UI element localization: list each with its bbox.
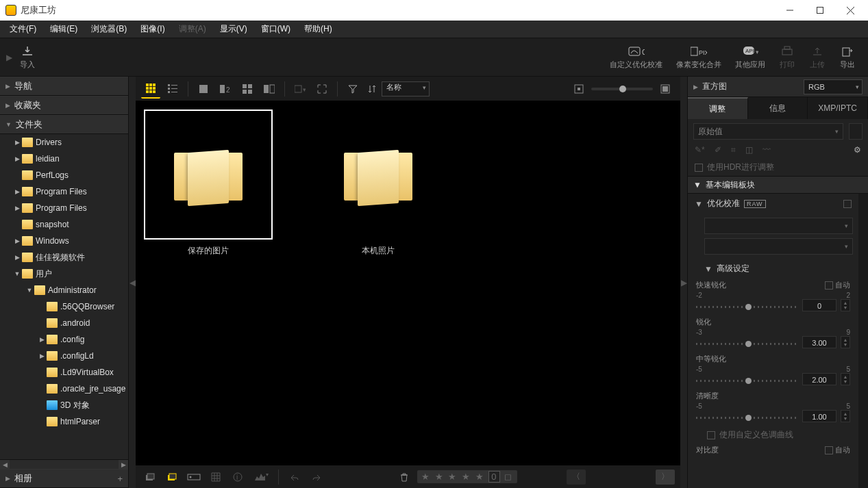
crop-icon[interactable]: ⌗	[731, 145, 736, 155]
svg-rect-41	[578, 88, 580, 90]
tree-item[interactable]: ▶Program Files	[0, 200, 128, 216]
aspect-icon[interactable]	[185, 470, 203, 485]
preset-select[interactable]: 原始值	[693, 123, 843, 140]
histogram-header[interactable]: ▶直方图 RGB	[688, 77, 868, 97]
slider-quick_sharpen[interactable]: 快速锐化 自动-220▲▼	[688, 279, 858, 316]
import-button[interactable]: 导入	[12, 42, 42, 73]
tree-item[interactable]: ▶.configLd	[0, 348, 128, 364]
layout-toggle-button[interactable]: ▾	[290, 79, 310, 99]
view-list-button[interactable]	[163, 79, 182, 99]
folders-section-header[interactable]: ▼文件夹	[0, 115, 128, 134]
menu-image[interactable]: 图像(I)	[135, 21, 170, 37]
pixel-merge-button[interactable]: PIXEL 像素变化合并	[669, 42, 728, 73]
other-apps-button[interactable]: APP▾ 其他应用	[728, 42, 772, 73]
panel-collapse-left[interactable]: ▶	[5, 53, 12, 62]
basic-editor-header[interactable]: ▼基本编辑板块	[688, 176, 868, 194]
sort-dir-button[interactable]	[365, 79, 379, 99]
right-splitter[interactable]: ▶	[680, 77, 687, 488]
tree-item[interactable]: PerfLogs	[0, 167, 128, 183]
view-grid-button[interactable]	[141, 79, 160, 99]
minimize-button[interactable]	[775, 0, 805, 21]
hdr-checkbox-row[interactable]: 使用HDR进行调整	[688, 159, 868, 176]
folder-thumb[interactable]: 保存的图片	[144, 110, 273, 257]
menu-file[interactable]: 文件(F)	[4, 21, 42, 37]
menu-display[interactable]: 显示(V)	[214, 21, 253, 37]
zoom-large-button[interactable]	[656, 79, 675, 99]
view-before-after-button[interactable]	[260, 79, 279, 99]
fullscreen-button[interactable]	[312, 79, 332, 99]
slider-mid_sharpen[interactable]: 中等锐化-552.00▲▼	[688, 352, 858, 389]
undo-icon[interactable]	[286, 470, 303, 485]
menu-window[interactable]: 窗口(W)	[256, 21, 296, 37]
tree-item[interactable]: 3D 对象	[0, 397, 128, 413]
redo-icon[interactable]	[308, 470, 325, 485]
tree-item[interactable]: snapshot	[0, 216, 128, 233]
tree-item[interactable]: ▶Program Files	[0, 183, 128, 200]
folder-thumb[interactable]: 本机照片	[314, 110, 443, 257]
maximize-button[interactable]	[805, 0, 835, 21]
tree-item[interactable]: ▶Windows	[0, 233, 128, 249]
slider-sharpen[interactable]: 锐化-393.00▲▼	[688, 316, 858, 352]
custom-curve-checkbox-row[interactable]: 使用自定义色调曲线	[688, 426, 858, 444]
tree-h-scrollbar[interactable]: ◀▶	[0, 459, 128, 469]
colorspace-select[interactable]: RGB	[804, 79, 863, 94]
tree-item[interactable]: ▶leidian	[0, 151, 128, 167]
histogram-icon[interactable]: ▾	[251, 470, 271, 485]
opt-cal-header[interactable]: ▼优化校准 RAW	[688, 194, 858, 214]
rating-stars[interactable]: ★ ★ ★ ★ ★ 0 ◻	[417, 470, 517, 483]
curve-icon[interactable]: 〰	[762, 145, 771, 155]
tree-item[interactable]: ▶Drivers	[0, 134, 128, 151]
stack-single-icon[interactable]	[141, 470, 159, 485]
view-compare4-button[interactable]	[238, 79, 257, 99]
tab-xmp[interactable]: XMP/IPTC	[808, 97, 868, 119]
opt-cal-checkbox[interactable]	[843, 200, 852, 208]
upload-button[interactable]: 上传	[802, 42, 832, 73]
menu-help[interactable]: 帮助(H)	[299, 21, 338, 37]
slider-clarity[interactable]: 清晰度-551.00▲▼	[688, 389, 858, 426]
eyedropper-icon[interactable]: ✎*	[695, 145, 705, 155]
export-button[interactable]: 导出	[832, 42, 863, 73]
menu-browser[interactable]: 浏览器(B)	[86, 21, 132, 37]
menu-edit[interactable]: 编辑(E)	[45, 21, 83, 37]
favorites-section-header[interactable]: ▶收藏夹	[0, 96, 128, 115]
left-splitter[interactable]: ◀	[129, 77, 136, 488]
tree-item[interactable]: ▶佳佳视频软件	[0, 249, 128, 266]
tree-item[interactable]: .Ld9VirtualBox	[0, 364, 128, 381]
view-compare2-button[interactable]: 2	[216, 79, 235, 99]
tree-item[interactable]: ▼Administrator	[0, 282, 128, 298]
prev-button[interactable]: 〈	[567, 470, 586, 485]
tree-item[interactable]: ▼用户	[0, 266, 128, 282]
right-scrollbar[interactable]	[858, 194, 868, 488]
view-single-button[interactable]	[194, 79, 213, 99]
grid-icon[interactable]	[207, 470, 225, 485]
tree-item[interactable]: htmlParser	[0, 413, 128, 430]
tab-adjust[interactable]: 调整	[688, 97, 748, 119]
preset-checkbox[interactable]	[849, 123, 863, 140]
album-section-header[interactable]: ▶相册+	[0, 469, 128, 488]
filter-button[interactable]	[343, 79, 362, 99]
print-button[interactable]: 打印	[772, 42, 802, 73]
tree-item[interactable]: .oracle_jre_usage	[0, 381, 128, 397]
svg-rect-15	[149, 84, 152, 86]
tree-item[interactable]: ▶.config	[0, 331, 128, 348]
custom-calibration-button[interactable]: C▾ 自定义优化校准	[603, 42, 669, 73]
next-button[interactable]: 〉	[656, 470, 675, 485]
opt-cal-select-1[interactable]	[704, 218, 853, 234]
raw-badge: RAW	[744, 200, 766, 208]
brush-icon[interactable]: ✐	[715, 145, 721, 155]
advanced-header[interactable]: ▼高级设定	[688, 259, 858, 279]
close-button[interactable]	[835, 0, 865, 21]
tree-item[interactable]: .56QQBrowser	[0, 298, 128, 315]
gear-icon[interactable]: ⚙	[854, 145, 861, 155]
zoom-small-button[interactable]	[569, 79, 588, 99]
trash-icon[interactable]	[395, 470, 413, 485]
zoom-slider[interactable]	[591, 88, 653, 90]
info-icon[interactable]: i	[229, 470, 247, 485]
opt-cal-select-2[interactable]	[704, 238, 853, 255]
tab-info[interactable]: 信息	[748, 97, 808, 119]
tree-item[interactable]: .android	[0, 315, 128, 331]
sort-select[interactable]: 名称	[382, 81, 430, 97]
stack-multi-icon[interactable]	[163, 470, 181, 485]
nav-section-header[interactable]: ▶导航	[0, 77, 128, 96]
straighten-icon[interactable]: ◫	[745, 145, 753, 155]
